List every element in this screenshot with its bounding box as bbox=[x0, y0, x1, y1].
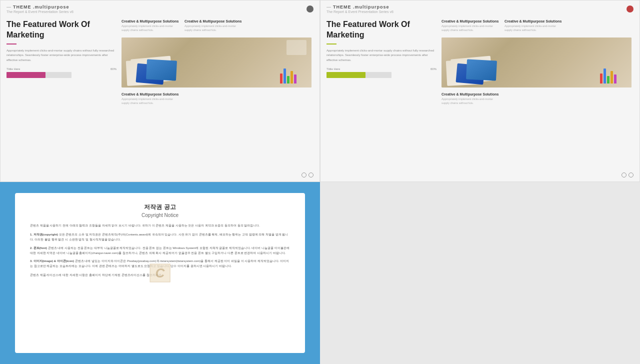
copyright-title-kr: 저작권 공고 bbox=[30, 203, 290, 212]
panel-2-dot bbox=[626, 6, 634, 12]
panel-2-left: The Featured Work Of Marketing Appropria… bbox=[326, 20, 436, 105]
panel-2-content: The Featured Work Of Marketing Appropria… bbox=[320, 16, 640, 109]
panel-2-pagination bbox=[622, 172, 634, 178]
copyright-box: 저작권 공고 Copyright Notice 콘텐츠 제품을 사용하기 전에 … bbox=[15, 193, 305, 353]
panel-2-card-3: Creative & Multipurpose Solutions Approp… bbox=[442, 92, 502, 106]
logo-dash-2: — bbox=[326, 4, 331, 10]
panel-1-dot bbox=[306, 6, 314, 12]
panel-1-card-1-title: Creative & Multipurpose Solutions bbox=[122, 20, 182, 23]
panel-2-progress-label: Tittle Here 60% bbox=[326, 68, 436, 70]
logo-text-1: THEME .multipurpose bbox=[13, 4, 70, 10]
panel-1-right-top: Creative & Multipurpose Solutions Approp… bbox=[122, 20, 314, 32]
panel-2-desc: Appropriately implement clicks-and-morta… bbox=[326, 48, 436, 63]
panel-2-bottom-cards: Creative & Multipurpose Solutions Approp… bbox=[442, 92, 634, 106]
panel-1-underline bbox=[6, 44, 16, 44]
panel-1-card-3: Creative & Multipurpose Solutions Approp… bbox=[122, 92, 182, 106]
panel-1-image bbox=[122, 38, 312, 88]
copyright-section-2-text: 콘텐츠 내에 사용되는 전용 폰트는 대부적 나눔글꼴로 제작되었습니다. 전용… bbox=[30, 246, 290, 254]
panel-2-card-3-desc: Appropriately implement clicks-and-morta… bbox=[442, 97, 502, 106]
copyright-section-2: 2. 폰트(font) 콘텐츠 내에 사용되는 전용 폰트는 대부적 나눔글꼴로… bbox=[30, 246, 290, 256]
panel-2-right-top: Creative & Multipurpose Solutions Approp… bbox=[442, 20, 634, 32]
panel-1-card-1: Creative & Multipurpose Solutions Approp… bbox=[122, 20, 182, 32]
copyright-section-2-label: 2. 폰트(font) bbox=[30, 246, 47, 250]
logo-dash-1: — bbox=[6, 4, 11, 10]
pagination-dot-1[interactable] bbox=[302, 172, 306, 178]
panel-1-desc: Appropriately implement clicks-and-morta… bbox=[6, 48, 116, 63]
panel-1-content: The Featured Work Of Marketing Appropria… bbox=[0, 16, 320, 109]
copyright-section-1-label: 1. 저작권(copyright) bbox=[30, 233, 58, 236]
panel-1-progress-bg bbox=[6, 72, 72, 78]
panel-2-image bbox=[442, 38, 632, 88]
panel-1-desk-img bbox=[122, 38, 312, 88]
panel-1-card-1-desc: Appropriately implement clicks-and-morta… bbox=[122, 24, 182, 32]
copyright-intro: 콘텐츠 제품을 사용하기 전에 아래의 협력과 조항들을 자세히 읽어 보시기 … bbox=[30, 223, 290, 228]
panel-1-progress-label: Tittle Here 60% bbox=[6, 68, 116, 70]
bottom-right-empty bbox=[320, 182, 640, 364]
panel-1-left: The Featured Work Of Marketing Appropria… bbox=[6, 20, 116, 105]
panel-2-underline bbox=[326, 44, 336, 44]
copyright-section-3-label: 3. 이미지(image) & 아이콘(icon) bbox=[30, 260, 74, 262]
panel-2-card-2-desc: Appropriately implement clicks-and-morta… bbox=[504, 24, 564, 32]
panel-2-subtitle: The Report & Event Presentation Series v… bbox=[326, 10, 394, 14]
panel-1-card-2: Creative & Multipurpose Solutions Approp… bbox=[184, 20, 244, 32]
pagination-dot-4[interactable] bbox=[628, 172, 634, 178]
watermark-c: C bbox=[150, 264, 170, 282]
panel-2-card-1: Creative & Multipurpose Solutions Approp… bbox=[442, 20, 502, 32]
panel-2-desk-img bbox=[442, 38, 632, 88]
panel-1-card-2-desc: Appropriately implement clicks-and-morta… bbox=[184, 24, 244, 32]
panel-1-bottom-cards: Creative & Multipurpose Solutions Approp… bbox=[122, 92, 314, 106]
panel-2-card-2-title: Creative & Multipurpose Solutions bbox=[504, 20, 564, 23]
panel-1-title: The Featured Work Of Marketing bbox=[6, 20, 116, 40]
panel-1: — THEME .multipurpose The Report & Event… bbox=[0, 0, 320, 182]
panel-2-progress-bg bbox=[326, 72, 392, 78]
panel-1-header: — THEME .multipurpose The Report & Event… bbox=[0, 0, 320, 16]
panel-1-card-2-title: Creative & Multipurpose Solutions bbox=[184, 20, 244, 23]
panel-2-card-2: Creative & Multipurpose Solutions Approp… bbox=[504, 20, 564, 32]
panel-1-pagination bbox=[302, 172, 314, 178]
panel-2-title: The Featured Work Of Marketing bbox=[326, 20, 436, 40]
panel-2-header: — THEME .multipurpose The Report & Event… bbox=[320, 0, 640, 16]
panel-1-subtitle: The Report & Event Presentation Series v… bbox=[6, 10, 74, 14]
panel-1-logo: — THEME .multipurpose The Report & Event… bbox=[6, 4, 74, 14]
panel-1-card-3-desc: Appropriately implement clicks-and-morta… bbox=[122, 97, 182, 106]
panel-2-card-3-title: Creative & Multipurpose Solutions bbox=[442, 92, 502, 96]
pagination-dot-3[interactable] bbox=[622, 172, 626, 178]
panel-2-progress-fill bbox=[326, 72, 366, 78]
panel-1-card-3-title: Creative & Multipurpose Solutions bbox=[122, 92, 182, 96]
panel-2-right: Creative & Multipurpose Solutions Approp… bbox=[442, 20, 634, 105]
copyright-section: 저작권 공고 Copyright Notice 콘텐츠 제품을 사용하기 전에 … bbox=[0, 182, 320, 364]
panel-2-card-1-desc: Appropriately implement clicks-and-morta… bbox=[442, 24, 502, 32]
logo-text-2: THEME .multipurpose bbox=[333, 4, 390, 10]
copyright-section-1: 1. 저작권(copyright) 모든 콘텐츠의 소유 및 저작권은 콘텐츠제… bbox=[30, 232, 290, 242]
copyright-title-en: Copyright Notice bbox=[30, 212, 290, 218]
panel-2-card-1-title: Creative & Multipurpose Solutions bbox=[442, 20, 502, 23]
panel-1-right: Creative & Multipurpose Solutions Approp… bbox=[122, 20, 314, 105]
pagination-dot-2[interactable] bbox=[308, 172, 314, 178]
panel-2: — THEME .multipurpose The Report & Event… bbox=[320, 0, 640, 182]
panel-2-logo: — THEME .multipurpose The Report & Event… bbox=[326, 4, 394, 14]
panel-1-progress-fill bbox=[6, 72, 46, 78]
copyright-section-1-text: 모든 콘텐츠의 소유 및 저작권은 콘텐츠제작(주)여(Contents.awa… bbox=[30, 233, 288, 241]
